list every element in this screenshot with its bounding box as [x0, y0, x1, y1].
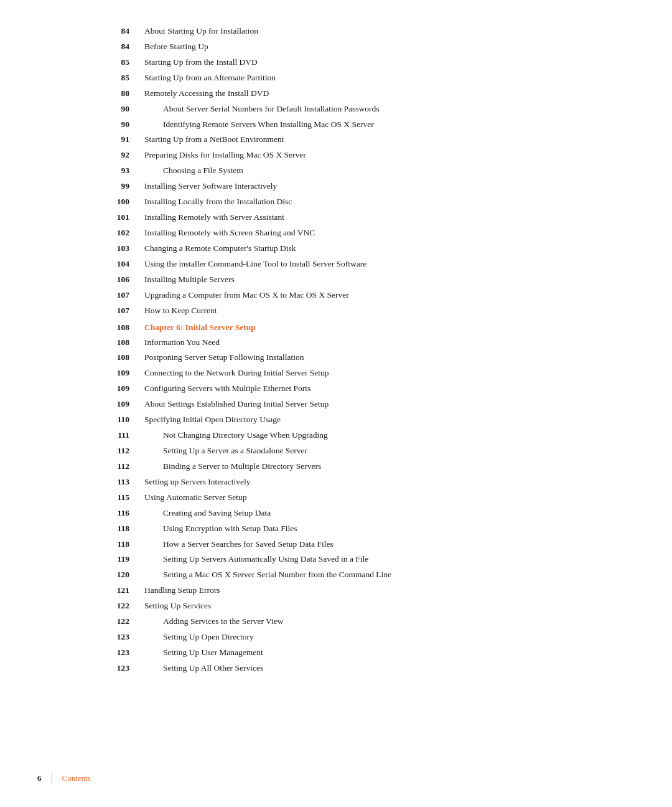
toc-entry-e16: 104Using the installer Command-Line Tool… [100, 258, 597, 271]
footer-page-num: 6 [37, 773, 42, 783]
toc-entry-text-e7: Identifying Remote Servers When Installi… [144, 118, 374, 131]
toc-page-num-e10: 93 [100, 164, 129, 177]
toc-page-num-f13: 118 [100, 522, 129, 536]
footer-label: Contents [62, 773, 91, 783]
toc-entry-text-f11: Using Automatic Server Setup [144, 491, 247, 504]
toc-entry-text-e18: Upgrading a Computer from Mac OS X to Ma… [144, 289, 349, 302]
toc-entry-f13: 118Using Encryption with Setup Data File… [100, 522, 597, 536]
toc-page-num-f6: 110 [100, 413, 129, 427]
toc-entry-f15: 119Setting Up Servers Automatically Usin… [100, 553, 597, 566]
toc-entry-f19: 122Adding Services to the Server View [100, 615, 597, 628]
toc-page-num-e5: 88 [100, 87, 129, 100]
toc-entry-e8: 91Starting Up from a NetBoot Environment [100, 133, 597, 146]
toc-entry-f17: 121Handling Setup Errors [100, 584, 597, 597]
toc-entry-f14: 118How a Server Searches for Saved Setup… [100, 538, 597, 551]
toc-entry-f10: 113Setting up Servers Interactively [100, 476, 597, 489]
toc-entry-text-f15: Setting Up Servers Automatically Using D… [144, 553, 368, 566]
toc-page-num-f3: 109 [100, 367, 129, 380]
toc-entry-text-e16: Using the installer Command-Line Tool to… [144, 258, 366, 271]
toc-page-num-e16: 104 [100, 258, 129, 271]
toc-page-num-e4: 85 [100, 72, 129, 85]
toc-page-num-e3: 85 [100, 56, 129, 69]
toc-page-num-f19: 122 [100, 615, 129, 628]
toc-entry-text-f1: Information You Need [144, 336, 220, 349]
toc-entry-text-f3: Connecting to the Network During Initial… [144, 367, 329, 380]
toc-entry-text-f18: Setting Up Services [144, 600, 211, 613]
toc-page-num-e19: 107 [100, 304, 129, 318]
toc-entry-text-e9: Preparing Disks for Installing Mac OS X … [144, 149, 306, 162]
toc-entry-text-e1: About Starting Up for Installation [144, 25, 258, 38]
toc-entry-e19: 107How to Keep Current [100, 304, 597, 318]
toc-entry-text-e2: Before Starting Up [144, 40, 208, 54]
toc-entry-text-f22: Setting Up All Other Services [144, 662, 263, 675]
toc-entry-f16: 120Setting a Mac OS X Server Serial Numb… [100, 569, 597, 582]
toc-page-num-f16: 120 [100, 569, 129, 582]
toc-page-num-e14: 102 [100, 227, 129, 240]
toc-entry-text-f20: Setting Up Open Directory [144, 631, 254, 644]
toc-entry-text-e15: Changing a Remote Computer's Startup Dis… [144, 242, 296, 255]
toc-page-num-e13: 101 [100, 211, 129, 224]
toc-entry-text-e8: Starting Up from a NetBoot Environment [144, 133, 284, 146]
toc-entry-text-e4: Starting Up from an Alternate Partition [144, 72, 276, 85]
toc-page-num-e11: 99 [100, 180, 129, 193]
toc-page-num-e8: 91 [100, 133, 129, 146]
toc-entry-e1: 84About Starting Up for Installation [100, 25, 597, 38]
toc-entry-e11: 99Installing Server Software Interactive… [100, 180, 597, 193]
toc-entry-text-f19: Adding Services to the Server View [144, 615, 284, 628]
toc-page-num-e7: 90 [100, 118, 129, 131]
toc-page-num-f10: 113 [100, 476, 129, 489]
toc-entry-f18: 122Setting Up Services [100, 600, 597, 613]
toc-page-num-f14: 118 [100, 538, 129, 551]
toc-page-num-f17: 121 [100, 584, 129, 597]
toc-page-num-f11: 115 [100, 491, 129, 504]
toc-page-num-f1: 108 [100, 336, 129, 349]
toc-page-num-f4: 109 [100, 382, 129, 395]
toc-entry-text-e3: Starting Up from the Install DVD [144, 56, 258, 69]
toc-entry-text-f12: Creating and Saving Setup Data [144, 507, 271, 520]
toc-entry-text-e13: Installing Remotely with Server Assistan… [144, 211, 284, 224]
chapter-title: Chapter 6: Initial Server Setup [144, 323, 256, 333]
toc-entry-text-f4: Configuring Servers with Multiple Ethern… [144, 382, 310, 395]
toc-entry-f7: 111Not Changing Directory Usage When Upg… [100, 429, 597, 442]
toc-entry-e10: 93Choosing a File System [100, 164, 597, 177]
toc-entry-e5: 88Remotely Accessing the Install DVD [100, 87, 597, 100]
toc-entry-e3: 85Starting Up from the Install DVD [100, 56, 597, 69]
footer-divider [52, 772, 52, 785]
toc-entry-f5: 109About Settings Established During Ini… [100, 398, 597, 411]
toc-entry-f11: 115Using Automatic Server Setup [100, 491, 597, 504]
chapter-heading: 108 Chapter 6: Initial Server Setup [100, 323, 597, 333]
toc-page-num-e12: 100 [100, 196, 129, 209]
toc-entry-f1: 108Information You Need [100, 336, 597, 349]
toc-page-num-f5: 109 [100, 398, 129, 411]
toc-page-num-e15: 103 [100, 242, 129, 255]
toc-entry-f21: 123Setting Up User Management [100, 646, 597, 659]
toc-entry-f22: 123Setting Up All Other Services [100, 662, 597, 675]
toc-entry-e2: 84Before Starting Up [100, 40, 597, 54]
toc-page-num-e2: 84 [100, 40, 129, 54]
toc-entry-e7: 90Identifying Remote Servers When Instal… [100, 118, 597, 131]
toc-entry-text-f5: About Settings Established During Initia… [144, 398, 329, 411]
toc-page-num-f18: 122 [100, 600, 129, 613]
toc-page-num-f20: 123 [100, 631, 129, 644]
toc-entry-text-f2: Postponing Server Setup Following Instal… [144, 351, 304, 364]
toc-entry-text-e5: Remotely Accessing the Install DVD [144, 87, 269, 100]
toc-entry-text-f21: Setting Up User Management [144, 646, 263, 659]
toc-entry-text-e6: About Server Serial Numbers for Default … [144, 103, 380, 116]
toc-page-num-e6: 90 [100, 103, 129, 116]
toc-entry-text-e11: Installing Server Software Interactively [144, 180, 277, 193]
toc-page-num-f22: 123 [100, 662, 129, 675]
toc-page-num-f2: 108 [100, 351, 129, 364]
toc-entry-text-f17: Handling Setup Errors [144, 584, 220, 597]
toc-entry-text-f9: Binding a Server to Multiple Directory S… [144, 460, 321, 473]
toc-entry-e6: 90About Server Serial Numbers for Defaul… [100, 103, 597, 116]
toc-entry-text-f16: Setting a Mac OS X Server Serial Number … [144, 569, 391, 582]
toc-entry-text-e17: Installing Multiple Servers [144, 273, 235, 286]
toc-page-num-e18: 107 [100, 289, 129, 302]
toc-entry-text-e14: Installing Remotely with Screen Sharing … [144, 227, 315, 240]
chapter-page-num: 108 [100, 323, 129, 333]
toc-entry-text-f8: Setting Up a Server as a Standalone Serv… [144, 445, 307, 458]
toc-page-num-f9: 112 [100, 460, 129, 473]
toc-entry-f9: 112Binding a Server to Multiple Director… [100, 460, 597, 473]
toc-page-num-e1: 84 [100, 25, 129, 38]
toc-section-1: 84About Starting Up for Installation84Be… [100, 25, 597, 318]
